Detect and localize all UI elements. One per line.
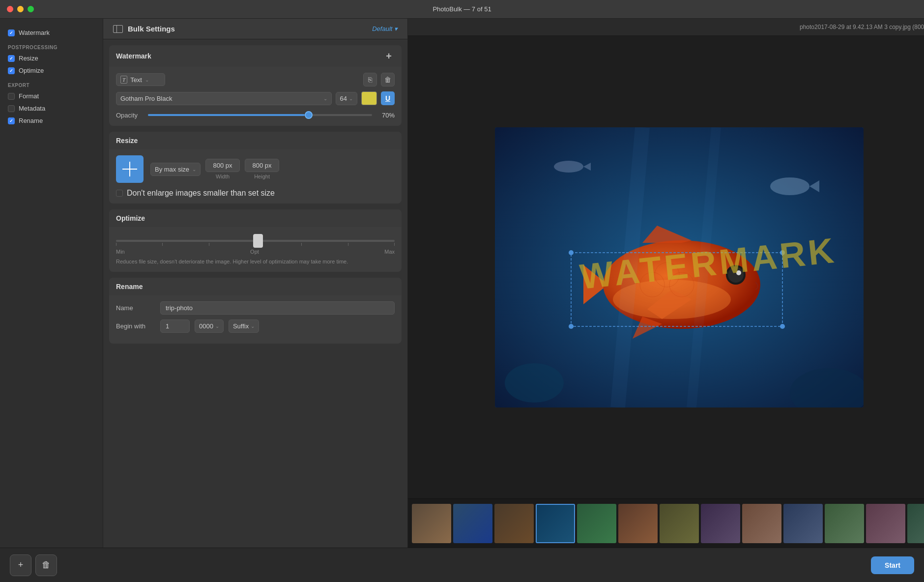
format-value: 0000 bbox=[199, 322, 213, 330]
rename-checkbox[interactable] bbox=[8, 117, 15, 124]
crosshair-icon bbox=[122, 162, 137, 176]
dont-enlarge-label: Don't enlarge images smaller than set si… bbox=[127, 189, 275, 198]
font-select[interactable]: Gotham Pro Black ⌄ bbox=[116, 92, 332, 105]
watermark-row1: T Text ⌄ ⎘ 🗑 bbox=[116, 73, 395, 87]
resize-label: Resize bbox=[19, 55, 38, 62]
delete-watermark-button[interactable]: 🗑 bbox=[381, 73, 395, 87]
watermark-checkbox[interactable] bbox=[8, 29, 15, 36]
delete-icon: 🗑 bbox=[42, 560, 51, 570]
optimize-min-label: Min bbox=[116, 249, 125, 255]
postprocessing-section: POSTPROCESSING bbox=[0, 39, 103, 52]
mark-5 bbox=[301, 243, 302, 246]
sidebar-item-metadata[interactable]: Metadata bbox=[0, 102, 103, 115]
optimize-description: Reduces file size, doesn't deteriorate t… bbox=[116, 258, 395, 266]
rename-label: Rename bbox=[19, 117, 43, 124]
close-button[interactable] bbox=[7, 6, 13, 12]
resize-checkbox[interactable] bbox=[8, 55, 15, 62]
app-title: PhotoBulk — 7 of 51 bbox=[433, 5, 491, 13]
metadata-checkbox[interactable] bbox=[8, 105, 15, 112]
filmstrip-thumb-13[interactable] bbox=[907, 504, 924, 543]
font-arrow-icon: ⌄ bbox=[323, 96, 327, 101]
thumb-inner-9 bbox=[742, 504, 781, 543]
filmstrip-thumb-7[interactable] bbox=[660, 504, 699, 543]
height-field: 800 px Height bbox=[245, 159, 279, 179]
begin-with-input[interactable] bbox=[160, 320, 190, 333]
copy-watermark-button[interactable]: ⎘ bbox=[363, 73, 377, 87]
name-input[interactable] bbox=[160, 301, 395, 315]
watermark-section: Watermark + T Text ⌄ ⎘ bbox=[109, 45, 402, 126]
optimize-checkbox[interactable] bbox=[8, 67, 15, 74]
center-panel: Bulk Settings Default ▾ Watermark + T Te… bbox=[103, 19, 408, 548]
font-size-select[interactable]: 64 ⌄ bbox=[336, 92, 357, 105]
mode-arrow-icon: ⌄ bbox=[192, 167, 196, 172]
thumb-inner-8 bbox=[701, 504, 740, 543]
width-field: 800 px Width bbox=[205, 159, 240, 179]
svg-point-5 bbox=[554, 161, 583, 173]
mark-7 bbox=[394, 243, 395, 246]
format-checkbox[interactable] bbox=[8, 93, 15, 100]
sidebar-item-format[interactable]: Format bbox=[0, 90, 103, 102]
rename-begin-row: Begin with 0000 ⌄ Suffix ⌄ bbox=[116, 320, 395, 333]
trash-icon: 🗑 bbox=[384, 76, 391, 84]
sidebar-item-watermark[interactable]: Watermark bbox=[0, 27, 103, 39]
sidebar-item-rename[interactable]: Rename bbox=[0, 115, 103, 127]
delete-file-button[interactable]: 🗑 bbox=[35, 554, 57, 576]
filmstrip-thumb-12[interactable] bbox=[866, 504, 905, 543]
filmstrip bbox=[408, 498, 924, 548]
type-select[interactable]: T Text ⌄ bbox=[116, 73, 165, 86]
opacity-value: 70% bbox=[377, 112, 395, 119]
mark-1 bbox=[116, 243, 116, 246]
bulk-header-left: Bulk Settings bbox=[113, 25, 175, 33]
opacity-thumb[interactable] bbox=[305, 111, 313, 119]
watermark-section-header: Watermark + bbox=[109, 45, 402, 67]
resize-mode-select[interactable]: By max size ⌄ bbox=[150, 163, 201, 176]
enlarge-row: Don't enlarge images smaller than set si… bbox=[116, 189, 395, 198]
width-input[interactable]: 800 px bbox=[205, 159, 240, 172]
dont-enlarge-checkbox[interactable] bbox=[116, 190, 123, 197]
watermark-section-title: Watermark bbox=[116, 52, 151, 60]
underline-label: U bbox=[385, 94, 390, 102]
optimize-labels: Min Opt Max bbox=[116, 249, 395, 255]
maximize-button[interactable] bbox=[28, 6, 34, 12]
color-swatch[interactable] bbox=[361, 91, 377, 105]
filmstrip-thumb-4-active[interactable] bbox=[536, 504, 575, 543]
text-type-icon: T bbox=[120, 76, 127, 84]
fish-svg: WATERMARK bbox=[495, 127, 864, 407]
watermark-add-button[interactable]: + bbox=[383, 50, 395, 62]
sidebar-item-optimize[interactable]: Optimize bbox=[0, 64, 103, 77]
filmstrip-thumb-3[interactable] bbox=[494, 504, 534, 543]
image-area: WATERMARK bbox=[408, 36, 924, 498]
filmstrip-thumb-6[interactable] bbox=[618, 504, 658, 543]
copy-icon: ⎘ bbox=[368, 76, 372, 84]
settings-scroll[interactable]: Watermark + T Text ⌄ ⎘ bbox=[103, 39, 407, 548]
optimize-thumb[interactable] bbox=[253, 234, 263, 248]
filmstrip-thumb-11[interactable] bbox=[825, 504, 864, 543]
begin-with-label: Begin with bbox=[116, 322, 155, 330]
height-input[interactable]: 800 px bbox=[245, 159, 279, 172]
window-controls[interactable] bbox=[7, 6, 34, 12]
optimize-section: Optimize bbox=[109, 209, 402, 272]
sidebar-item-resize[interactable]: Resize bbox=[0, 52, 103, 64]
minimize-button[interactable] bbox=[17, 6, 24, 12]
svg-point-22 bbox=[569, 324, 574, 329]
filmstrip-thumb-8[interactable] bbox=[701, 504, 740, 543]
opacity-track bbox=[148, 114, 372, 116]
format-label: Format bbox=[19, 92, 39, 100]
suffix-select[interactable]: Suffix ⌄ bbox=[229, 320, 259, 333]
underline-button[interactable]: U bbox=[381, 91, 395, 105]
resize-main: By max size ⌄ 800 px Width 800 px Height bbox=[116, 155, 395, 183]
filmstrip-thumb-1[interactable] bbox=[412, 504, 451, 543]
add-file-button[interactable]: + bbox=[10, 554, 31, 576]
opacity-slider[interactable] bbox=[148, 110, 372, 120]
svg-point-20 bbox=[569, 250, 574, 255]
start-button[interactable]: Start bbox=[871, 556, 914, 574]
filmstrip-thumb-5[interactable] bbox=[577, 504, 616, 543]
filmstrip-thumb-9[interactable] bbox=[742, 504, 781, 543]
filmstrip-thumb-10[interactable] bbox=[783, 504, 823, 543]
default-dropdown[interactable]: Default ▾ bbox=[372, 25, 398, 32]
resize-section-title: Resize bbox=[116, 137, 138, 145]
format-select[interactable]: 0000 ⌄ bbox=[195, 320, 224, 333]
filmstrip-thumb-2[interactable] bbox=[453, 504, 492, 543]
optimize-section-body: Min Opt Max Reduces file size, doesn't d… bbox=[109, 227, 402, 272]
svg-point-23 bbox=[780, 324, 785, 329]
